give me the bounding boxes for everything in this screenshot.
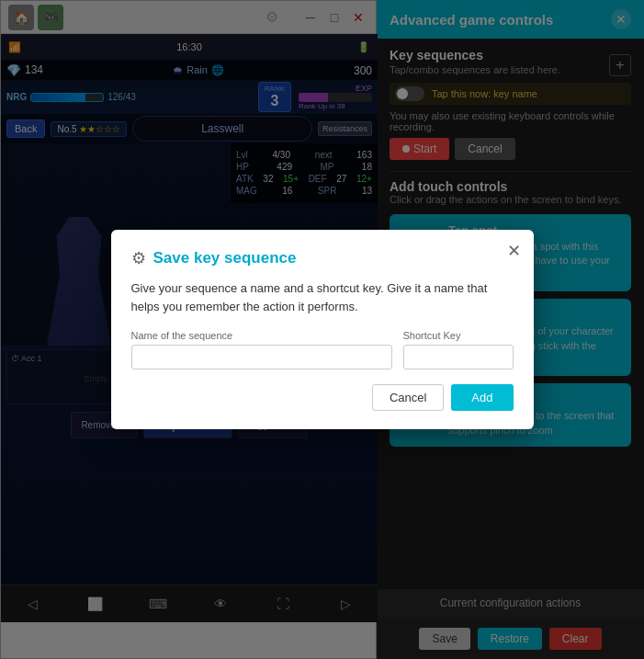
modal-close-button[interactable]: ✕ [507,241,521,261]
modal-title: Save key sequence [153,249,297,267]
name-input[interactable] [131,345,392,369]
modal-actions: Cancel Add [131,384,514,411]
name-field-label: Name of the sequence [131,330,392,341]
modal-settings-icon: ⚙ [131,248,146,268]
modal-cancel-button[interactable]: Cancel [372,384,444,411]
shortcut-field-label: Shortcut Key [403,330,514,341]
save-key-sequence-dialog: ⚙ Save key sequence ✕ Give your sequence… [111,230,534,429]
shortcut-field-group: Shortcut Key [403,330,514,369]
modal-overlay: ⚙ Save key sequence ✕ Give your sequence… [0,0,644,659]
modal-header: ⚙ Save key sequence [131,248,514,268]
modal-add-button[interactable]: Add [451,384,513,411]
shortcut-input[interactable] [403,345,514,369]
modal-fields: Name of the sequence Shortcut Key [131,330,514,369]
name-field-group: Name of the sequence [131,330,392,369]
modal-description: Give your sequence a name and a shortcut… [131,279,514,315]
